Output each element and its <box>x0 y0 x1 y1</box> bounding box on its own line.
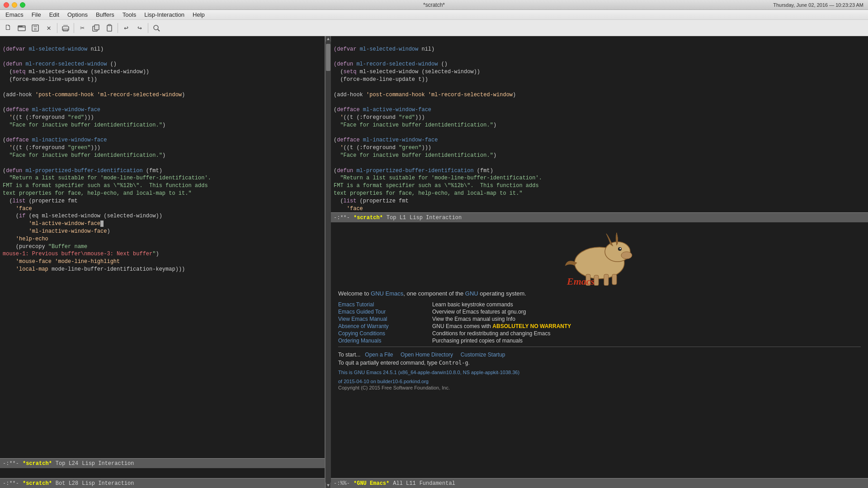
right-ml-buffer: *scratch* <box>354 215 383 221</box>
menu-lisp-interaction[interactable]: Lisp-Interaction <box>141 10 188 19</box>
right-pane: (defvar ml-selected-window nil) (defun m… <box>331 36 868 488</box>
menu-edit[interactable]: Edit <box>46 10 63 19</box>
toolbar-print[interactable] <box>59 22 72 34</box>
toolbar-copy[interactable] <box>90 22 102 34</box>
titlebar: *scratch* Thursday, June 02, 2016 — 10:2… <box>0 0 868 10</box>
window-title: *scratch* <box>423 2 445 8</box>
link-open-file[interactable]: Open a File <box>365 352 393 358</box>
right-bottom-mode-line: -:%%- *GNU Emacs* All L11 Fundamental <box>331 478 868 488</box>
toolbar-redo[interactable]: ↪ <box>133 22 146 34</box>
mode-line-buffer-bot: *scratch* <box>23 480 52 487</box>
toolbar-sep-1 <box>57 23 57 33</box>
mode-line-pos-bot: Bot L28 <box>56 480 78 487</box>
scroll-down-arrow[interactable]: ▼ <box>326 483 331 488</box>
titlebar-right: Thursday, June 02, 2016 — 10:23:23 AM <box>773 2 863 8</box>
welcome-copyright: Copyright (C) 2015 Free Software Foundat… <box>338 385 861 390</box>
welcome-version-date: of 2015-04-10 on builder10-6.porkind.org <box>338 379 861 384</box>
toolbar-cut[interactable]: ✂ <box>76 22 89 34</box>
mode-line-status-bot: -:**- <box>3 480 19 487</box>
mode-line-mode-bot: Lisp Interaction <box>82 480 134 487</box>
toolbar-sep-3 <box>118 23 118 33</box>
menu-help[interactable]: Help <box>189 10 208 19</box>
right-ml-pos: Top L1 <box>387 215 406 221</box>
svg-rect-21 <box>604 274 609 286</box>
menu-file[interactable]: File <box>28 10 45 19</box>
left-mode-line-bottom: -:**- *scratch* Bot L28 Lisp Interaction <box>0 478 325 488</box>
svg-line-13 <box>158 29 160 31</box>
welcome-divider <box>338 347 861 347</box>
toolbar: 🗋 ✕ ✂ ↩ ↪ <box>0 20 868 36</box>
link-copying-conditions[interactable]: Copying Conditions <box>338 330 429 337</box>
link-absence-of-warranty[interactable]: Absence of Warranty <box>338 323 429 329</box>
desc-ordering-manuals: Purchasing printed copies of manuals <box>432 338 861 344</box>
svg-rect-4 <box>34 28 37 30</box>
welcome-intro: Welcome to GNU Emacs, one component of t… <box>338 290 861 297</box>
right-ml-status: -:**- <box>334 215 350 221</box>
right-bot-ml-pos: All L11 <box>393 480 415 487</box>
maximize-button[interactable] <box>20 2 25 8</box>
left-code-bottom[interactable]: FMT is a format specifier such as "%12b"… <box>0 468 325 478</box>
svg-rect-3 <box>33 25 37 27</box>
toolbar-open-file[interactable] <box>15 22 28 34</box>
toolbar-undo[interactable]: ↩ <box>120 22 132 34</box>
link-emacs-guided-tour[interactable]: Emacs Guided Tour <box>338 309 429 315</box>
main-area: (defvar ml-selected-window nil) (defun m… <box>0 36 868 488</box>
left-code-top[interactable]: (defvar ml-selected-window nil) (defun m… <box>0 36 325 458</box>
toolbar-sep-4 <box>148 23 148 33</box>
mode-line-status: -:**- <box>3 460 19 467</box>
toolbar-new-file[interactable]: 🗋 <box>2 22 14 34</box>
scroll-up-arrow[interactable]: ▲ <box>326 36 331 42</box>
minimize-button[interactable] <box>12 2 17 8</box>
toolbar-paste[interactable] <box>103 22 116 34</box>
gnu-emacs-link[interactable]: GNU Emacs <box>371 290 403 297</box>
welcome-start: To start... Open a File Open Home Direct… <box>338 352 861 358</box>
svg-point-12 <box>154 25 158 30</box>
right-bot-ml-status: -:%%- <box>334 480 350 487</box>
menu-tools[interactable]: Tools <box>119 10 140 19</box>
welcome-links: Emacs Tutorial Learn basic keystroke com… <box>338 301 861 344</box>
toolbar-search[interactable] <box>150 22 163 34</box>
desc-copying-conditions: Conditions for redistributing and changi… <box>432 330 861 337</box>
menu-options[interactable]: Options <box>64 10 91 19</box>
menu-buffers[interactable]: Buffers <box>92 10 118 19</box>
svg-rect-10 <box>107 25 112 31</box>
right-code-top[interactable]: (defvar ml-selected-window nil) (defun m… <box>331 36 868 212</box>
left-pane: (defvar ml-selected-window nil) (defun m… <box>0 36 326 488</box>
gnu-link[interactable]: GNU <box>465 290 478 297</box>
right-bottom-pane: Emacs Welcome to GNU Emacs, one componen… <box>331 222 868 488</box>
link-view-emacs-manual[interactable]: View Emacs Manual <box>338 316 429 322</box>
svg-rect-11 <box>108 24 111 26</box>
desc-emacs-tutorial: Learn basic keystroke commands <box>432 301 861 308</box>
toolbar-close[interactable]: ✕ <box>42 22 55 34</box>
desc-emacs-guided-tour: Overview of Emacs features at gnu.org <box>432 309 861 315</box>
toolbar-save[interactable] <box>29 22 42 34</box>
right-mode-line-top: -:**- *scratch* Top L1 Lisp Interaction <box>331 212 868 222</box>
mode-line-mode: Lisp Interaction <box>82 460 134 467</box>
center-scrollbar: ▲ ▼ <box>326 36 331 488</box>
svg-rect-9 <box>94 25 99 30</box>
menu-emacs[interactable]: Emacs <box>2 10 27 19</box>
scroll-track[interactable] <box>326 42 331 483</box>
link-customize-startup[interactable]: Customize Startup <box>461 352 505 358</box>
desc-absence-of-warranty: GNU Emacs comes with ABSOLUTELY NO WARRA… <box>432 323 861 329</box>
emacs-logo-svg: Emacs <box>554 227 645 286</box>
right-bot-ml-buffer: *GNU Emacs* <box>354 480 389 487</box>
right-bot-ml-mode: Fundamental <box>420 480 455 487</box>
menubar: Emacs File Edit Options Buffers Tools Li… <box>0 10 868 20</box>
emacs-logo: Emacs <box>338 227 861 286</box>
toolbar-sep-2 <box>74 23 74 33</box>
right-ml-mode: Lisp Interaction <box>410 215 462 221</box>
datetime: Thursday, June 02, 2016 — 10:23:23 AM <box>773 2 863 8</box>
close-button[interactable] <box>4 2 9 8</box>
svg-rect-20 <box>594 275 599 286</box>
scroll-thumb[interactable] <box>326 44 330 71</box>
link-emacs-tutorial[interactable]: Emacs Tutorial <box>338 301 429 308</box>
desc-view-emacs-manual: View the Emacs manual using Info <box>432 316 861 322</box>
welcome-version: This is GNU Emacs 24.5.1 (x86_64-apple-d… <box>338 370 861 375</box>
link-ordering-manuals[interactable]: Ordering Manuals <box>338 338 429 344</box>
svg-point-18 <box>620 248 621 249</box>
mode-line-position: Top L24 <box>56 460 78 467</box>
welcome-quit-msg: To quit a partially entered command, typ… <box>338 360 861 366</box>
svg-rect-6 <box>63 25 68 27</box>
link-open-home-directory[interactable]: Open Home Directory <box>401 352 453 358</box>
